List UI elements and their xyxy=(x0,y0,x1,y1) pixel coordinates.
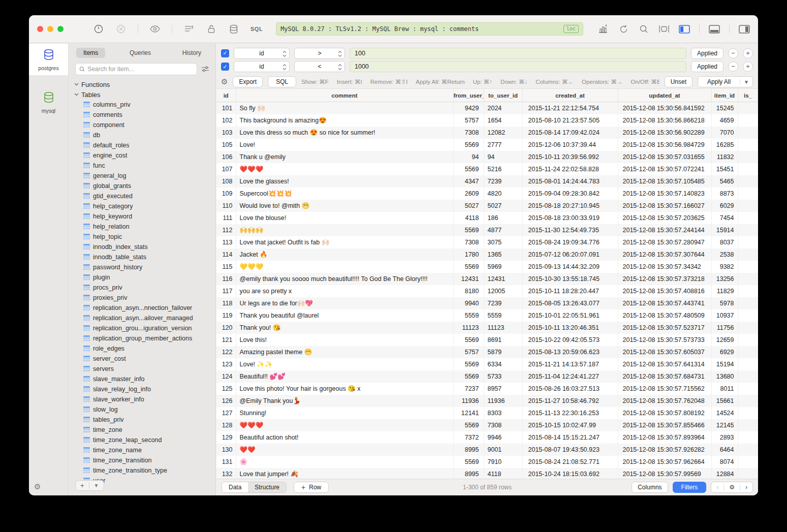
cell-updated-at[interactable]: 2015-12-08 15:30:57.140823 xyxy=(618,187,711,200)
cell-created-at[interactable]: 2015-08-26 16:03:27.513 xyxy=(522,383,618,395)
cell-is[interactable] xyxy=(738,419,758,431)
table-list-item[interactable]: db xyxy=(69,130,215,140)
cell-comment[interactable]: 🌸 xyxy=(236,456,453,468)
column-header-to-user-id[interactable]: to_user_id xyxy=(484,89,522,102)
cell-from-user-id[interactable]: 4347 xyxy=(453,175,484,187)
table-list-item[interactable]: slow_log xyxy=(69,404,215,415)
cell-comment[interactable]: Love the blouse! xyxy=(236,212,453,224)
cell-to-user-id[interactable]: 7239 xyxy=(484,297,522,309)
cell-comment[interactable]: 🙌🙌🙌 xyxy=(236,224,453,236)
table-list-item[interactable]: general_log xyxy=(69,171,215,181)
add-filter-button[interactable]: + xyxy=(743,48,753,58)
cell-item-id[interactable]: 7070 xyxy=(711,127,738,139)
sql-button[interactable]: SQL xyxy=(268,76,296,87)
cell-updated-at[interactable]: 2015-12-08 15:30:57.523717 xyxy=(618,322,711,334)
table-row[interactable]: 120 Thank you! 😘 11123 11123 2015-10-11 … xyxy=(216,322,758,334)
cell-to-user-id[interactable]: 3075 xyxy=(484,236,522,248)
cell-to-user-id[interactable]: 8303 xyxy=(484,407,522,419)
filter-enabled-checkbox[interactable]: ✓ xyxy=(221,49,229,57)
cell-id[interactable]: 114 xyxy=(216,248,236,261)
remove-filter-button[interactable]: − xyxy=(728,48,738,58)
table-list-item[interactable]: slave_master_info xyxy=(69,374,215,384)
cell-from-user-id[interactable]: 8995 xyxy=(453,468,484,479)
cell-from-user-id[interactable]: 94 xyxy=(453,151,484,163)
cell-id[interactable]: 116 xyxy=(216,273,236,285)
cell-from-user-id[interactable]: 11936 xyxy=(453,395,484,407)
cell-created-at[interactable]: 2015-11-27 10:58:46.792 xyxy=(522,395,618,407)
cell-created-at[interactable]: 2015-12-06 10:37:39.44 xyxy=(522,139,618,151)
cell-from-user-id[interactable]: 5569 xyxy=(453,139,484,151)
table-list-item[interactable]: replication_asyn...ailover_managed xyxy=(69,313,215,323)
cell-to-user-id[interactable]: 4877 xyxy=(484,224,522,236)
table-row[interactable]: 129 Beautiful action shot! 7372 9946 201… xyxy=(216,431,758,444)
cell-from-user-id[interactable]: 9429 xyxy=(453,102,484,114)
column-header-created-at[interactable]: created_at xyxy=(522,89,618,102)
cell-from-user-id[interactable]: 7308 xyxy=(453,236,484,248)
cell-updated-at[interactable]: 2015-12-08 15:30:57.34342 xyxy=(618,261,711,273)
cell-is[interactable] xyxy=(738,346,758,358)
cell-is[interactable] xyxy=(738,175,758,187)
cell-created-at[interactable]: 2015-11-24 22:02:58.828 xyxy=(522,163,618,175)
tab-items[interactable]: Items xyxy=(76,48,105,58)
table-row[interactable]: 130 ❤️❤️ 8995 9001 2015-08-07 19:43:50.9… xyxy=(216,444,758,456)
cell-id[interactable]: 109 xyxy=(216,187,236,200)
table-row[interactable]: 124 Beautiful!! 💕💕 5569 5733 2015-11-04 … xyxy=(216,370,758,383)
table-row[interactable]: 109 Supercool💥💥💥 2609 4820 2015-09-04 09… xyxy=(216,187,758,200)
cell-created-at[interactable]: 2015-10-30 13:55:18.745 xyxy=(522,273,618,285)
cell-id[interactable]: 105 xyxy=(216,139,236,151)
cell-created-at[interactable]: 2015-10-01 22:05:51.961 xyxy=(522,309,618,322)
cell-updated-at[interactable]: 2015-12-08 15:30:57.573733 xyxy=(618,334,711,346)
cell-item-id[interactable]: 8074 xyxy=(711,456,738,468)
cell-updated-at[interactable]: 2015-12-08 15:30:57.203625 xyxy=(618,212,711,224)
table-list-item[interactable]: default_roles xyxy=(69,140,215,150)
cell-comment[interactable]: Love! xyxy=(236,139,453,151)
remove-filter-button[interactable]: − xyxy=(728,61,738,72)
column-header-from-user-id[interactable]: from_user_id xyxy=(453,89,484,102)
filter-field-select[interactable]: id xyxy=(234,61,290,72)
cell-updated-at[interactable]: 2015-12-08 15:30:57.244144 xyxy=(618,224,711,236)
connection-icon[interactable] xyxy=(93,23,104,35)
log-list-icon[interactable] xyxy=(183,23,195,35)
cell-is[interactable] xyxy=(738,456,758,468)
cell-comment[interactable]: Beautiful action shot! xyxy=(236,431,453,444)
cell-to-user-id[interactable]: 11123 xyxy=(484,322,522,334)
cell-item-id[interactable]: 11829 xyxy=(711,285,738,297)
cell-is[interactable] xyxy=(738,431,758,444)
cell-comment[interactable]: @Emily Thank you💃 xyxy=(236,395,453,407)
cell-item-id[interactable]: 15451 xyxy=(711,163,738,175)
item-search-box[interactable] xyxy=(75,63,197,75)
tab-queries[interactable]: Queries xyxy=(122,48,158,58)
table-list-item[interactable]: gtid_executed xyxy=(69,191,215,201)
cell-created-at[interactable]: 2015-08-10 21:23:57.505 xyxy=(522,114,618,127)
cell-comment[interactable]: Thank u @emily xyxy=(236,151,453,163)
cell-is[interactable] xyxy=(738,395,758,407)
filter-settings-gear-icon[interactable]: ⚙ xyxy=(221,77,228,86)
table-row[interactable]: 132 Love that jumper! 🍂 8995 4118 2015-1… xyxy=(216,468,758,479)
cell-created-at[interactable]: 2015-11-04 12:24:41.227 xyxy=(522,370,618,383)
cell-comment[interactable]: Would love to! @mith 😁 xyxy=(236,200,453,212)
table-row[interactable]: 105 Love! 5569 2777 2015-12-06 10:37:39.… xyxy=(216,139,758,151)
cell-updated-at[interactable]: 2015-12-08 15:30:57.166027 xyxy=(618,200,711,212)
cell-comment[interactable]: you are so pretty x xyxy=(236,285,453,297)
cell-item-id[interactable]: 15661 xyxy=(711,395,738,407)
cell-created-at[interactable]: 2015-08-05 13:26:43.077 xyxy=(522,297,618,309)
add-row-button[interactable]: + Row xyxy=(294,482,329,493)
cell-item-id[interactable]: 14524 xyxy=(711,407,738,419)
cell-updated-at[interactable]: 2015-12-08 15:30:57.105485 xyxy=(618,175,711,187)
cell-id[interactable]: 122 xyxy=(216,346,236,358)
cell-to-user-id[interactable]: 5216 xyxy=(484,163,522,175)
cell-id[interactable]: 113 xyxy=(216,236,236,248)
table-list-item[interactable]: procs_priv xyxy=(69,283,215,293)
cell-comment[interactable]: Love this! xyxy=(236,334,453,346)
table-row[interactable]: 116 @emily thank you soooo much beautifu… xyxy=(216,273,758,285)
filter-field-select[interactable]: id xyxy=(234,48,290,59)
cell-is[interactable] xyxy=(738,309,758,322)
table-row[interactable]: 118 Ur legs are to die for🙌🏻💖 9940 7239 … xyxy=(216,297,758,309)
table-list-item[interactable]: func xyxy=(69,161,215,171)
cell-comment[interactable]: Love that jumper! 🍂 xyxy=(236,468,453,479)
cell-item-id[interactable]: 13256 xyxy=(711,273,738,285)
filter-operator-select[interactable]: > xyxy=(294,48,345,59)
cell-id[interactable]: 131 xyxy=(216,456,236,468)
panel-left-icon[interactable] xyxy=(679,23,690,35)
table-row[interactable]: 123 Love! ✨✨ 5569 6334 2015-11-21 14:13:… xyxy=(216,358,758,370)
